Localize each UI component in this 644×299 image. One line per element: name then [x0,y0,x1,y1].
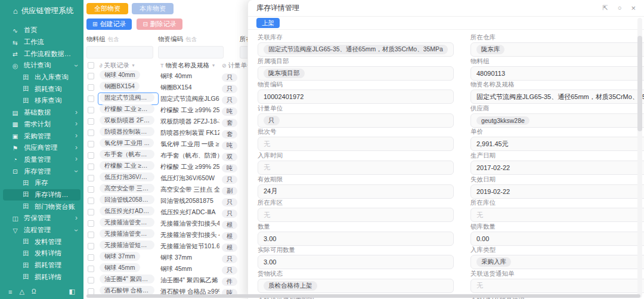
row-checkbox[interactable] [88,220,94,227]
field-input[interactable]: 10002401972 [258,90,454,104]
row-checkbox[interactable] [88,118,94,125]
row-checkbox[interactable] [88,254,94,261]
row-checkbox[interactable] [88,277,94,283]
sidebar-item-基础数据[interactable]: ▤基础数据› [0,107,83,119]
record-tag[interactable]: 高空安全带 三挂... [100,184,154,193]
record-cell[interactable]: 无接箍油管短节... [98,241,158,252]
row-checkbox[interactable] [88,175,94,181]
sidebar-item-采购管理[interactable]: ▣采购管理› [0,130,83,142]
field-input[interactable]: 48090113 [470,66,644,81]
name-cell[interactable]: 柠檬酸 工业 ≥99% 25kg/袋 [158,106,219,115]
record-cell[interactable]: 防喷器控制装置 ... [98,127,158,138]
row-checkbox[interactable] [88,130,94,136]
name-cell[interactable]: 钢球 37mm [158,254,219,262]
record-tag[interactable]: 钢球 45mm [100,263,140,272]
collapse-sidebar-icon[interactable]: ◧ [69,288,75,295]
record-cell[interactable]: 低压投光灯ADC... [98,206,158,218]
record-tag[interactable]: 钢圈BX154 [100,82,140,91]
expand-icon[interactable]: ⇱ [603,5,608,11]
record-cell[interactable]: 钢球 37mm [98,252,158,263]
record-tag[interactable]: 氯化钾 工业用 ... [100,138,154,147]
record-tag[interactable]: 低压灯泡36V/65... [100,172,154,181]
put-on-shelf-button[interactable]: 上架 [256,18,280,28]
row-checkbox[interactable] [88,73,94,79]
sidebar-item-首页[interactable]: ∿首页 [0,24,83,36]
material-code-input[interactable] [158,46,224,58]
sidebar-item-流程管理[interactable]: ▽流程管理› [0,224,83,236]
field-input[interactable]: 0.00 [470,232,644,246]
row-checkbox[interactable] [88,266,94,272]
name-cell[interactable]: 双板防喷器 2FZJ-18-35 S 铸... [158,118,219,126]
name-cell[interactable]: 高空安全带 三挂点 全身式 ... [158,186,219,194]
field-input[interactable]: 采购入库 [470,255,644,269]
row-checkbox[interactable] [88,141,94,147]
row-checkbox[interactable] [88,84,94,91]
record-tag[interactable]: 低压投光灯ADC... [100,206,154,215]
field-input[interactable]: 2,991.45元 [470,137,644,151]
record-cell[interactable]: 氯化钾 工业用 ... [98,138,158,150]
sidebar-item-需求计划[interactable]: ▦需求计划› [0,119,83,131]
name-cell[interactable]: 回油管线20581875 [158,197,219,205]
sidebar-item-发料详情[interactable]: 田发料详情 [0,248,83,260]
record-tag[interactable]: 防喷器控制装置 ... [100,127,154,136]
record-tag[interactable]: 固定式节流阀座... [100,93,154,102]
record-tag[interactable]: 酒石酸钾 合格品... [100,286,154,295]
record-cell[interactable]: 双板防喷器 2FZ... [98,116,158,127]
sidebar-item-供应商管理[interactable]: ⚑供应商管理› [0,142,83,154]
caret-icon[interactable]: ▾ [132,63,134,68]
field-input[interactable]: geutg3kksw28e [470,113,644,128]
field-input[interactable]: 3.00 [258,255,454,269]
field-input[interactable]: 无 [470,208,644,222]
record-cell[interactable]: 回油管线20581... [98,195,158,206]
close-icon[interactable]: × [631,4,636,12]
loop-icon[interactable]: ○ [618,5,622,11]
record-cell[interactable]: 钢球 45mm [98,263,158,275]
sidebar-item-工作流程数据管理[interactable]: ⇄工作流程数据管理 [0,48,83,60]
field-input[interactable]: 陇东库 [470,42,644,57]
record-cell[interactable]: 无接箍油管变扣... [98,229,158,241]
record-tag[interactable]: 柠檬酸 工业 ≥99... [100,161,154,170]
vertical-scrollbar-thumb[interactable] [637,36,642,131]
name-cell[interactable]: 固定式节流阀座JLG65-35、... [158,95,219,103]
name-cell[interactable]: 无接箍油管变扣接头 4"BGC... [158,231,219,239]
name-cell[interactable]: 无接箍油管短节101.6*7.8*3... [158,242,219,251]
delete-record-button[interactable]: ⊟删除记录 [137,19,182,30]
record-tag[interactable]: 油壬圈4" 聚四氟... [100,275,154,283]
field-input[interactable]: 3.00 [258,232,454,246]
record-tag[interactable]: 无接箍油管变扣... [100,218,154,227]
name-cell[interactable]: 钢圈BX154 [158,84,219,92]
sidebar-item-损耗查询[interactable]: 田损耗查询 [0,83,83,95]
sidebar-item-部门物资台账[interactable]: 田部门物资台账 [0,201,83,212]
sidebar-item-移库查询[interactable]: 田移库查询 [0,95,83,107]
record-tag[interactable]: 柠檬酸 工业 ≥99... [100,104,154,113]
name-cell[interactable]: 布手套（帆布、防滑）27cm [158,152,219,160]
horizontal-scrollbar[interactable] [86,294,640,298]
record-tag[interactable]: 钢球 37mm [100,252,140,261]
sidebar-item-工作流[interactable]: ⇆工作流 [0,36,83,48]
material-group-input[interactable] [86,46,153,58]
sidebar-item-发料管理[interactable]: 田发料管理 [0,236,83,248]
sidebar-item-劳保管理[interactable]: ◫劳保管理› [0,212,83,224]
record-cell[interactable]: 柠檬酸 工业 ≥99... [98,161,158,172]
record-cell[interactable]: 钢圈BX154 [98,82,158,93]
row-checkbox[interactable] [88,164,94,170]
name-cell[interactable]: 钢球 40mm [158,72,219,81]
tab-warehouse-materials[interactable]: 本库物资 [132,3,174,14]
field-input[interactable]: 固定式节流阀座JLG65-35、通径65mm，材质35CrMo、35MPa [258,42,454,57]
record-cell[interactable]: 无接箍油管变扣... [98,218,158,229]
record-tag[interactable]: 无接箍油管变扣... [100,229,154,238]
name-cell[interactable]: 无接箍油管变扣接头4"EU公*... [158,220,219,228]
row-checkbox[interactable] [88,232,94,238]
name-cell[interactable]: 低压灯泡36V/650W [158,174,219,183]
menu-icon[interactable]: ≡ [8,288,12,295]
tab-all-materials[interactable]: 全部物资 [86,3,128,14]
field-input[interactable]: 陇东项目部 [258,66,454,81]
row-checkbox[interactable] [88,243,94,249]
record-cell[interactable]: 钢球 40mm [98,70,158,82]
name-cell[interactable]: 钢球 45mm [158,265,219,273]
field-input[interactable]: 2017-02-22 [470,161,644,175]
record-tag[interactable]: 钢球 40mm [100,70,140,79]
row-checkbox[interactable] [88,152,94,159]
field-input[interactable]: 24月 [258,184,454,199]
row-checkbox[interactable] [88,95,94,102]
